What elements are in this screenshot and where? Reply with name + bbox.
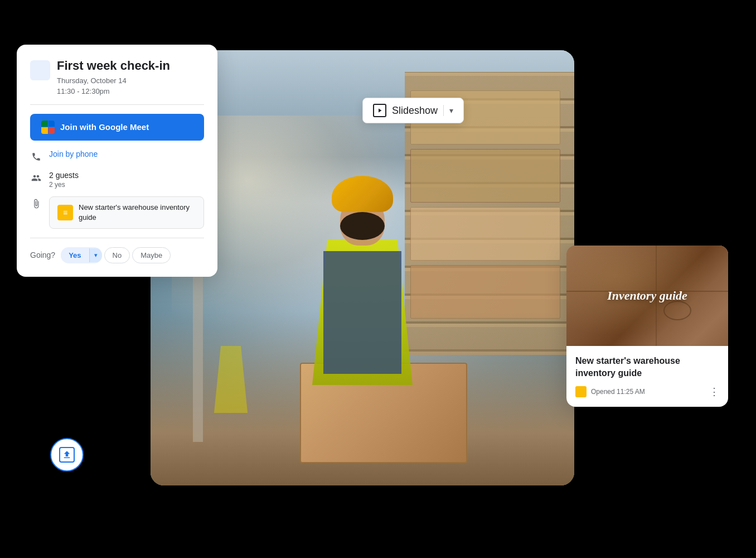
guests-row: 2 guests 2 yes [30,171,204,189]
attachment-box[interactable]: New starter's warehouse inventory guide [49,196,204,229]
worker-shirt [323,251,401,374]
going-label: Going? [30,251,55,259]
doc-icon [57,205,73,220]
guests-icon [30,172,42,184]
rsvp-maybe-button[interactable]: Maybe [132,247,171,263]
slideshow-dropdown-icon[interactable]: ▾ [449,106,453,115]
calendar-card: First week check-in Thursday, October 14… [17,45,217,277]
card-header: First week check-in Thursday, October 14… [30,58,204,95]
rsvp-yes-button[interactable]: Yes [61,248,89,263]
doc-card-body: New starter's warehouse inventory guide … [566,346,728,407]
upload-fab[interactable] [50,438,84,472]
inventory-text: Inventory guide [607,288,687,303]
event-date: Thursday, October 14 [57,76,170,85]
event-info: First week check-in Thursday, October 14… [57,58,170,95]
card-footer: Going? Yes ▾ No Maybe [30,238,204,263]
doc-card-image: Inventory guide [566,246,728,346]
rsvp-yes-group: Yes ▾ [61,247,101,263]
guests-label: 2 guests [49,171,79,180]
rsvp-buttons: Yes ▾ No Maybe [61,247,171,263]
event-title: First week check-in [57,58,170,74]
rsvp-yes-dropdown[interactable]: ▾ [89,248,102,262]
slideshow-divider [443,105,444,116]
event-time: 11:30 - 12:30pm [57,87,170,95]
slideshow-button[interactable]: Slideshow ▾ [362,98,464,123]
doc-opened-label: Opened 11:25 AM [591,388,645,396]
doc-card-meta: Opened 11:25 AM ⋮ [575,386,719,398]
calendar-icon [30,60,50,80]
meet-q3 [41,127,48,134]
doc-card-title: New starter's warehouse inventory guide [575,355,719,380]
play-icon [373,104,386,117]
attachment-row: New starter's warehouse inventory guide [30,196,204,229]
meet-q1 [41,121,48,127]
meet-q4 [49,127,55,134]
meet-icon [41,121,55,134]
worker-hair [340,212,385,240]
attachment-name: New starter's warehouse inventory guide [79,203,196,223]
rsvp-no-button[interactable]: No [104,247,130,263]
doc-more-button[interactable]: ⋮ [709,386,719,398]
phone-icon [30,151,42,163]
join-meet-button[interactable]: Join with Google Meet [30,114,204,141]
doc-yellow-icon [575,386,587,397]
slideshow-label: Slideshow [392,105,438,117]
divider-1 [30,104,204,105]
upload-icon [59,447,75,463]
phone-link[interactable]: Join by phone [49,150,98,158]
meet-q2 [49,121,55,127]
box-seal [663,301,691,320]
guests-sub: 2 yes [49,181,79,189]
join-meet-label: Join with Google Meet [60,122,149,132]
doc-meta-left: Opened 11:25 AM [575,386,645,397]
guests-info: 2 guests 2 yes [49,171,79,189]
phone-row: Join by phone [30,150,204,163]
doc-card: Inventory guide New starter's warehouse … [566,246,728,407]
clip-icon [30,198,42,210]
